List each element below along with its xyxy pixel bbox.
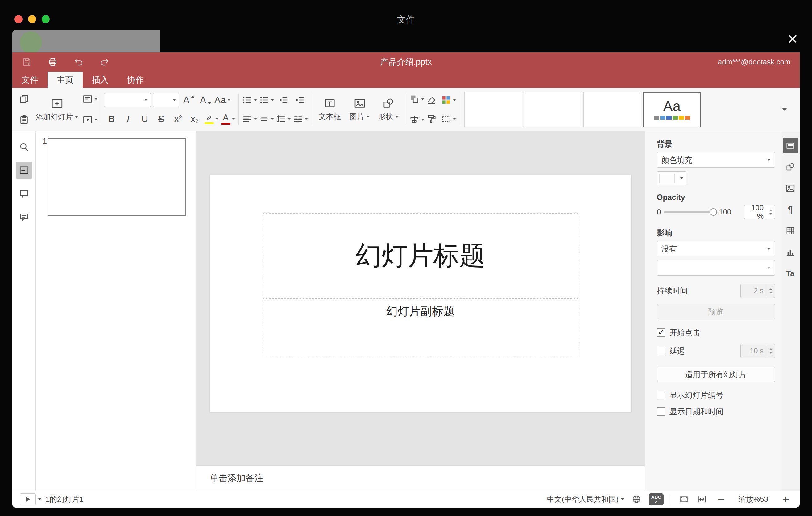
increase-indent-button[interactable] bbox=[292, 92, 307, 108]
chevron-down-icon[interactable] bbox=[38, 498, 41, 500]
shape-settings-button[interactable] bbox=[783, 159, 798, 175]
opacity-slider[interactable] bbox=[664, 211, 716, 213]
textart-settings-button[interactable]: Ta bbox=[783, 266, 798, 281]
bold-button[interactable]: B bbox=[104, 111, 119, 127]
subtitle-placeholder[interactable]: 幻灯片副标题 bbox=[263, 299, 578, 357]
slide-canvas[interactable]: 幻灯片标题 幻灯片副标题 bbox=[196, 131, 645, 465]
title-placeholder[interactable]: 幻灯片标题 bbox=[263, 213, 578, 299]
chart-settings-button[interactable] bbox=[783, 245, 798, 260]
highlight-color-button[interactable] bbox=[204, 111, 219, 127]
spinner-arrows-icon[interactable] bbox=[766, 344, 775, 358]
paste-button[interactable] bbox=[17, 112, 31, 128]
print-button[interactable] bbox=[48, 57, 58, 67]
theme-thumbnail-selected[interactable]: Aa bbox=[643, 92, 701, 127]
font-name-select[interactable] bbox=[104, 93, 151, 107]
set-language-button[interactable] bbox=[632, 494, 641, 504]
theme-thumbnail-3[interactable] bbox=[583, 92, 641, 127]
text-box-button[interactable]: 文本框 bbox=[314, 90, 345, 128]
menu-icon[interactable] bbox=[780, 76, 791, 84]
theme-thumbnail-1[interactable] bbox=[464, 92, 522, 127]
decrease-font-size-button[interactable]: A bbox=[198, 92, 212, 108]
theme-thumbnail-2[interactable] bbox=[524, 92, 582, 127]
slide-settings-button[interactable] bbox=[783, 138, 798, 153]
vertical-align-button[interactable] bbox=[259, 111, 274, 127]
columns-button[interactable] bbox=[293, 111, 308, 127]
image-settings-button[interactable] bbox=[783, 180, 798, 196]
delay-value: 10 s bbox=[744, 347, 763, 355]
chevron-down-icon bbox=[767, 267, 770, 269]
superscript-button[interactable]: x² bbox=[171, 111, 185, 127]
arrange-shape-button[interactable] bbox=[409, 91, 424, 107]
delay-checkbox[interactable] bbox=[657, 347, 665, 355]
fit-width-icon bbox=[697, 494, 707, 505]
fit-width-button[interactable] bbox=[697, 494, 707, 505]
tab-collaboration[interactable]: 协作 bbox=[118, 71, 153, 88]
theme-gallery-expand-button[interactable] bbox=[774, 96, 795, 123]
slide-thumbnail[interactable] bbox=[48, 138, 186, 216]
fit-slide-button[interactable] bbox=[679, 494, 689, 505]
strikethrough-button[interactable]: S bbox=[154, 111, 169, 127]
feedback-panel-button[interactable] bbox=[16, 209, 32, 226]
copy-button[interactable] bbox=[17, 91, 31, 107]
effect-variant-select[interactable] bbox=[657, 260, 775, 276]
apply-to-all-slides-button[interactable]: 适用于所有幻灯片 bbox=[657, 367, 775, 382]
spinner-arrows-icon[interactable] bbox=[766, 205, 775, 219]
preview-button[interactable]: 预览 bbox=[657, 304, 775, 319]
insert-group: 文本框 图片 形状 bbox=[314, 90, 403, 128]
horizontal-align-button[interactable] bbox=[242, 111, 257, 127]
add-slide-button[interactable]: 添加幻灯片 bbox=[31, 90, 82, 128]
change-case-button[interactable]: Aa bbox=[214, 92, 230, 108]
show-date-time-row: 显示日期和时间 bbox=[657, 406, 775, 417]
fill-type-select[interactable]: 颜色填充 bbox=[657, 152, 775, 168]
slides-panel-button[interactable] bbox=[16, 162, 32, 179]
decrease-indent-button[interactable] bbox=[276, 92, 291, 108]
zoom-in-button[interactable]: + bbox=[779, 493, 792, 506]
comments-panel-button[interactable] bbox=[16, 185, 32, 202]
start-on-click-checkbox[interactable] bbox=[657, 328, 665, 337]
tab-insert[interactable]: 插入 bbox=[83, 71, 118, 88]
tab-file[interactable]: 文件 bbox=[12, 71, 48, 88]
language-select[interactable]: 中文(中华人民共和国) bbox=[547, 494, 624, 504]
insert-shape-button[interactable]: 形状 bbox=[374, 90, 403, 128]
tab-home[interactable]: 主页 bbox=[48, 71, 83, 88]
line-spacing-button[interactable] bbox=[276, 111, 291, 127]
color-scheme-button[interactable] bbox=[441, 92, 456, 108]
copy-style-button[interactable] bbox=[424, 111, 439, 127]
delay-input[interactable]: 10 s bbox=[741, 344, 775, 358]
search-panel-button[interactable] bbox=[16, 139, 32, 155]
show-slide-number-checkbox[interactable] bbox=[657, 391, 665, 399]
paragraph-settings-button[interactable]: ¶ bbox=[783, 202, 798, 217]
save-button[interactable] bbox=[22, 57, 32, 67]
subscript-button[interactable]: x₂ bbox=[187, 111, 202, 127]
table-settings-button[interactable] bbox=[783, 223, 798, 238]
redo-button[interactable] bbox=[99, 57, 110, 67]
spinner-arrows-icon[interactable] bbox=[766, 284, 775, 297]
opacity-slider-knob[interactable] bbox=[709, 208, 717, 216]
language-label: 中文(中华人民共和国) bbox=[547, 494, 618, 504]
start-slideshow-statusbar-button[interactable] bbox=[20, 493, 36, 505]
show-date-time-checkbox[interactable] bbox=[657, 407, 665, 416]
close-preview-button[interactable]: × bbox=[787, 30, 798, 48]
italic-button[interactable]: I bbox=[121, 111, 136, 127]
font-size-select[interactable] bbox=[153, 93, 179, 107]
align-shape-button[interactable] bbox=[409, 112, 424, 128]
start-slideshow-button[interactable] bbox=[82, 112, 97, 128]
undo-button[interactable] bbox=[74, 57, 84, 67]
font-color-button[interactable]: A bbox=[221, 111, 235, 127]
opacity-input[interactable]: 100 % bbox=[744, 205, 775, 219]
spellcheck-button[interactable]: ABC ✓ bbox=[649, 493, 664, 505]
underline-button[interactable]: U bbox=[137, 111, 152, 127]
notes-area[interactable]: 单击添加备注 bbox=[196, 465, 645, 491]
effect-select[interactable]: 没有 bbox=[657, 241, 775, 256]
insert-image-button[interactable]: 图片 bbox=[345, 90, 374, 128]
numbering-button[interactable] bbox=[259, 92, 274, 108]
clear-style-button[interactable] bbox=[424, 92, 439, 108]
zoom-out-button[interactable]: − bbox=[715, 493, 727, 506]
slide-size-button[interactable] bbox=[441, 111, 456, 127]
bullets-button[interactable] bbox=[242, 92, 257, 108]
slide-layout-button[interactable] bbox=[82, 91, 97, 107]
duration-input[interactable]: 2 s bbox=[741, 284, 775, 298]
increase-font-size-button[interactable]: A bbox=[181, 92, 196, 108]
background-color-button[interactable] bbox=[657, 171, 687, 185]
slide-editor[interactable]: 幻灯片标题 幻灯片副标题 bbox=[210, 175, 631, 412]
